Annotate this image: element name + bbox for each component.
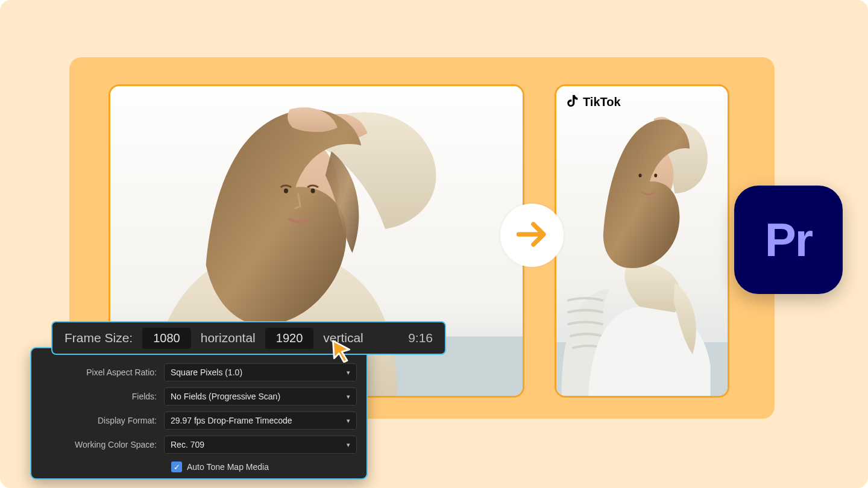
auto-tone-map-checkbox[interactable]: ✓: [171, 461, 182, 472]
auto-tone-map-label: Auto Tone Map Media: [187, 462, 269, 472]
fields-label: Fields:: [31, 392, 164, 401]
frame-width-input[interactable]: 1080: [142, 328, 191, 349]
premiere-pro-label: Pr: [765, 213, 812, 267]
svg-point-10: [639, 174, 642, 177]
frame-aspect-ratio: 9:16: [408, 331, 433, 345]
tiktok-badge: TikTok: [567, 94, 621, 110]
tiktok-icon: [567, 94, 579, 110]
frame-height-input[interactable]: 1920: [265, 328, 314, 349]
display-format-label: Display Format:: [31, 416, 164, 425]
pixel-aspect-ratio-label: Pixel Aspect Ratio:: [31, 368, 164, 377]
fields-row: Fields: No Fields (Progressive Scan) ▾: [31, 384, 366, 408]
pixel-aspect-ratio-select[interactable]: Square Pixels (1.0) ▾: [164, 363, 357, 381]
pixel-aspect-ratio-row: Pixel Aspect Ratio: Square Pixels (1.0) …: [31, 360, 366, 384]
chevron-down-icon: ▾: [347, 441, 350, 449]
auto-tone-map-row: ✓ Auto Tone Map Media: [31, 457, 366, 477]
arrow-right-icon: [514, 216, 550, 255]
working-color-space-row: Working Color Space: Rec. 709 ▾: [31, 433, 366, 457]
result-photo: [556, 86, 728, 396]
display-format-value: 29.97 fps Drop-Frame Timecode: [171, 416, 292, 425]
frame-size-row: Frame Size: 1080 horizontal 1920 vertica…: [51, 321, 446, 355]
tiktok-label: TikTok: [583, 95, 621, 109]
working-color-space-select[interactable]: Rec. 709 ▾: [164, 436, 357, 454]
svg-point-5: [311, 189, 315, 193]
working-color-space-label: Working Color Space:: [31, 440, 164, 449]
chevron-down-icon: ▾: [347, 417, 350, 425]
pixel-aspect-ratio-value: Square Pixels (1.0): [171, 368, 242, 377]
result-portrait-frame: [555, 84, 729, 398]
working-color-space-value: Rec. 709: [171, 440, 204, 449]
display-format-select[interactable]: 29.97 fps Drop-Frame Timecode ▾: [164, 411, 357, 430]
premiere-pro-badge: Pr: [734, 186, 843, 294]
convert-arrow: [500, 204, 564, 267]
fields-select[interactable]: No Fields (Progressive Scan) ▾: [164, 387, 357, 405]
cursor-pointer-icon: [330, 339, 353, 365]
display-format-row: Display Format: 29.97 fps Drop-Frame Tim…: [31, 408, 366, 433]
check-icon: ✓: [174, 463, 180, 472]
svg-point-11: [654, 174, 657, 177]
frame-size-label: Frame Size:: [64, 331, 133, 345]
fields-value: No Fields (Progressive Scan): [171, 392, 280, 401]
frame-width-unit: horizontal: [201, 331, 256, 345]
chevron-down-icon: ▾: [347, 393, 350, 401]
chevron-down-icon: ▾: [347, 369, 350, 377]
sequence-settings-panel: Pixel Aspect Ratio: Square Pixels (1.0) …: [30, 347, 368, 480]
svg-point-4: [284, 189, 288, 193]
